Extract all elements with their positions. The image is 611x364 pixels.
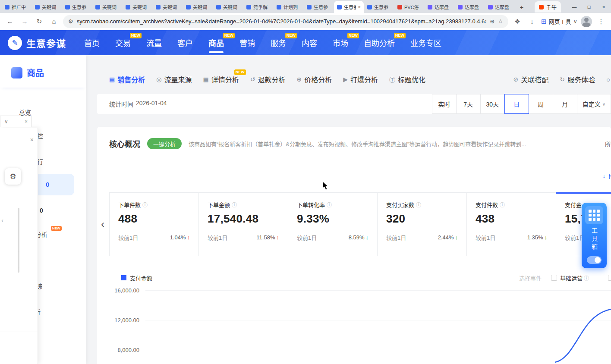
- date-range-button[interactable]: 7天: [456, 94, 481, 114]
- close-button[interactable]: ×: [596, 1, 611, 13]
- tab-close-icon[interactable]: ×: [358, 4, 361, 9]
- browser-tab[interactable]: 达摩盘: [455, 1, 485, 13]
- metric-label: 支付买家数: [386, 201, 414, 209]
- url-text[interactable]: sycm.taobao.com/cc/item_archives?activeK…: [77, 18, 487, 25]
- date-range-button[interactable]: 日: [504, 94, 529, 114]
- nav-item[interactable]: 首页: [84, 37, 100, 48]
- nav-item[interactable]: 流量: [146, 37, 162, 48]
- chevron-left-icon[interactable]: ‹: [1, 217, 3, 224]
- brand[interactable]: ✎ 生意参谋: [8, 36, 66, 50]
- home-icon[interactable]: ⌂: [48, 16, 60, 27]
- profile-avatar[interactable]: [581, 16, 592, 27]
- new-tab-button[interactable]: +: [517, 2, 527, 12]
- analysis-tabs: ▤ 销售分析 ◎ 流量来源 ▦ 详情分析 NEW ↺ 退款分析 ⊕: [109, 72, 607, 86]
- analysis-tab[interactable]: Ⓣ 标题优化: [389, 74, 425, 85]
- browser-tab[interactable]: 关键词: [153, 1, 183, 13]
- browser-tab[interactable]: PVC浴: [394, 1, 424, 13]
- gear-icon[interactable]: ⚙: [5, 168, 21, 185]
- event-checkbox[interactable]: [551, 275, 557, 281]
- webtools-extension[interactable]: ⊞ 网页工具 ∨: [541, 17, 577, 25]
- nav-item[interactable]: 交易 NEW: [115, 37, 131, 48]
- info-icon[interactable]: ⓘ: [584, 274, 589, 282]
- browser-tab[interactable]: 生意参 ×: [334, 1, 364, 13]
- browser-tab[interactable]: 生意参: [62, 1, 92, 13]
- date-range-button[interactable]: 周: [529, 94, 553, 114]
- nav-item[interactable]: 市场 NEW: [333, 37, 348, 48]
- downloads-icon[interactable]: ↓: [526, 16, 538, 27]
- date-range-button[interactable]: 30天: [480, 94, 505, 114]
- more-link[interactable]: 所有: [605, 140, 611, 148]
- collapse-icon[interactable]: ∨: [4, 119, 8, 125]
- analysis-tool-link[interactable]: ↻ 服务体验: [560, 74, 595, 85]
- sidebar-item-fragment[interactable]: 0: [40, 207, 43, 214]
- info-icon[interactable]: ⓘ: [327, 201, 332, 208]
- reload-icon[interactable]: ↻: [34, 16, 45, 27]
- nav-item[interactable]: 业务专区: [410, 37, 441, 48]
- metric-card[interactable]: 下单金额 ⓘ 17,540.48 较前1日 11.58% ↑: [199, 193, 288, 256]
- info-icon[interactable]: ⓘ: [232, 201, 237, 208]
- analysis-tab[interactable]: ◎ 流量来源: [156, 74, 192, 85]
- analysis-tab[interactable]: ⊕ 价格分析: [296, 74, 332, 85]
- info-icon[interactable]: ⓘ: [416, 201, 421, 208]
- browser-tab[interactable]: 关键词: [123, 1, 152, 13]
- tab-favicon-icon: [216, 5, 221, 9]
- maximize-button[interactable]: □: [582, 1, 596, 13]
- nav-item[interactable]: 营销: [239, 37, 255, 48]
- browser-tab[interactable]: 计划列: [274, 1, 303, 13]
- nav-item-label: 流量: [146, 39, 162, 48]
- bookmark-star-icon[interactable]: ☆: [498, 18, 503, 25]
- cards-scroll-left-icon[interactable]: ‹: [101, 218, 104, 230]
- sidebar-item-fragment[interactable]: 行: [37, 157, 43, 166]
- browser-tab[interactable]: 达摩盘: [425, 1, 454, 13]
- pinned-tab-qianniu[interactable]: 千牛: [535, 1, 561, 13]
- browser-tab[interactable]: 关键词: [92, 1, 122, 13]
- toolbox-toggle[interactable]: [587, 256, 602, 264]
- tab-label: 关键词: [163, 3, 180, 10]
- close-icon[interactable]: ×: [25, 119, 28, 125]
- sidebar-item-fragment[interactable]: 控: [37, 132, 43, 140]
- minimize-button[interactable]: —: [567, 1, 582, 13]
- extensions-icon[interactable]: ❖: [512, 16, 523, 27]
- analysis-tab[interactable]: ▶ 打爆分析: [343, 74, 378, 85]
- tab-favicon-icon: [397, 5, 402, 9]
- analysis-tool-link[interactable]: ⊘ 关联搭配: [513, 74, 548, 85]
- info-icon[interactable]: ⓘ: [142, 201, 148, 208]
- analysis-tab[interactable]: ▤ 销售分析: [109, 74, 145, 85]
- metric-card[interactable]: 支付买家数 ⓘ 320 较前1日 2.44% ↓: [378, 193, 467, 256]
- cut-off-icon[interactable]: ○: [606, 76, 610, 83]
- browser-menu-icon[interactable]: ⋮: [595, 16, 607, 27]
- download-link[interactable]: ↓ 下载: [602, 172, 611, 179]
- nav-item[interactable]: 内容: [302, 37, 317, 48]
- metric-card[interactable]: 下单件数 ⓘ 488 较前1日 1.04% ↑: [110, 193, 199, 256]
- info-icon[interactable]: ⓘ: [500, 201, 505, 208]
- sidebar-item-overview[interactable]: 总览: [19, 108, 31, 116]
- browser-tab[interactable]: 关键词: [32, 1, 62, 13]
- browser-tab[interactable]: 达摩盘: [485, 1, 515, 13]
- analysis-tab[interactable]: ↺ 退款分析: [250, 74, 286, 85]
- browser-tab[interactable]: 生意参: [364, 1, 394, 13]
- site-settings-icon[interactable]: ⚙: [68, 18, 73, 25]
- browser-tab[interactable]: 生意参: [304, 1, 334, 13]
- event-checkbox-2[interactable]: [608, 275, 611, 281]
- metric-card[interactable]: 支付件数 ⓘ 438 较前1日 1.35% ↓: [467, 193, 556, 256]
- forward-icon[interactable]: →: [19, 16, 30, 27]
- zoom-icon[interactable]: ⊕: [490, 18, 494, 25]
- date-range-button[interactable]: 自定义 ∨: [577, 94, 611, 114]
- date-range-button[interactable]: 月: [553, 94, 577, 114]
- nav-item[interactable]: 自助分析 NEW: [364, 37, 395, 48]
- date-range-button[interactable]: 实时: [432, 94, 457, 114]
- browser-tab[interactable]: 竞争解: [243, 1, 273, 13]
- browser-tab[interactable]: 推广中: [2, 1, 31, 13]
- nav-item[interactable]: 服务 NEW: [271, 37, 286, 48]
- nav-item[interactable]: 商品 NEW: [208, 37, 224, 48]
- url-bar[interactable]: ⚙ sycm.taobao.com/cc/item_archives?activ…: [63, 15, 508, 28]
- metric-card[interactable]: 下单转化率 ⓘ 9.33% 较前1日 8.59% ↓: [288, 193, 378, 256]
- nav-item[interactable]: 客户: [177, 37, 193, 48]
- back-icon[interactable]: ←: [4, 16, 16, 27]
- browser-tab[interactable]: 关键词: [213, 1, 243, 13]
- analysis-tab[interactable]: ▦ 详情分析 NEW: [203, 74, 239, 85]
- close-icon[interactable]: ×: [30, 136, 34, 143]
- browser-tab[interactable]: 关键词: [183, 1, 213, 13]
- one-click-analyze-button[interactable]: 一键分析: [147, 138, 182, 149]
- toolbox-widget[interactable]: 工具箱: [582, 203, 607, 268]
